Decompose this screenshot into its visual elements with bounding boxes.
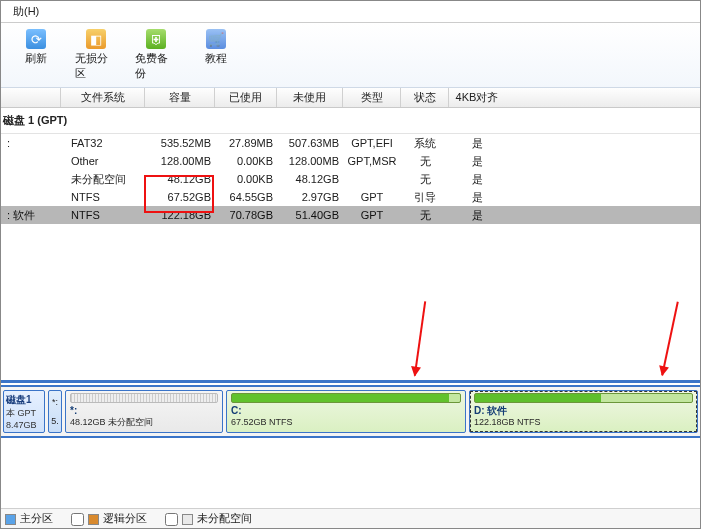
cell-fs: 未分配空间 bbox=[61, 171, 145, 188]
legend-logical: 逻辑分区 bbox=[71, 511, 147, 526]
swatch-unalloc bbox=[182, 514, 193, 525]
disk-group-title[interactable]: 磁盘 1 (GPT) bbox=[1, 108, 700, 134]
cell-type: GPT bbox=[343, 190, 401, 204]
col-capacity[interactable]: 容量 bbox=[145, 88, 215, 107]
disk-summary[interactable]: 磁盘1 本 GPT 8.47GB bbox=[3, 390, 45, 433]
col-filesystem[interactable]: 文件系统 bbox=[61, 88, 145, 107]
backup-icon: ⛨ bbox=[146, 29, 166, 49]
d-title: D: 软件 bbox=[474, 405, 693, 417]
cell-fs: Other bbox=[61, 154, 145, 168]
tutorial-icon: 🛒 bbox=[206, 29, 226, 49]
lossless-partition-button[interactable]: ◧ 无损分区 bbox=[75, 29, 117, 81]
legend: 主分区 逻辑分区 未分配空间 bbox=[1, 508, 700, 528]
swatch-logical bbox=[88, 514, 99, 525]
partition-d[interactable]: D: 软件 122.18GB NTFS bbox=[469, 390, 698, 433]
col-free[interactable]: 未使用 bbox=[277, 88, 343, 107]
partition-tiny-efi[interactable]: *: 5. bbox=[48, 390, 62, 433]
col-type[interactable]: 类型 bbox=[343, 88, 401, 107]
cell-used: 27.89MB bbox=[215, 136, 277, 150]
table-row[interactable]: Other128.00MB0.00KB128.00MBGPT,MSR无是 bbox=[1, 152, 700, 170]
partition-table-header: 文件系统 容量 已使用 未使用 类型 状态 4KB对齐 bbox=[1, 88, 700, 108]
c-sub: 67.52GB NTFS bbox=[231, 417, 461, 427]
unalloc-bar bbox=[70, 393, 218, 403]
tutorial-label: 教程 bbox=[205, 51, 227, 66]
cell-free: 128.00MB bbox=[277, 154, 343, 168]
refresh-label: 刷新 bbox=[25, 51, 47, 66]
cell-fs: FAT32 bbox=[61, 136, 145, 150]
cell-name bbox=[1, 160, 61, 162]
table-row[interactable]: 未分配空间48.12GB0.00KB48.12GB无是 bbox=[1, 170, 700, 188]
cell-status: 引导 bbox=[401, 189, 449, 206]
table-row[interactable]: :FAT32535.52MB27.89MB507.63MBGPT,EFI系统是 bbox=[1, 134, 700, 152]
cell-free: 51.40GB bbox=[277, 208, 343, 222]
menu-help[interactable]: 助(H) bbox=[7, 4, 45, 19]
partition-c[interactable]: C: 67.52GB NTFS bbox=[226, 390, 466, 433]
cell-align: 是 bbox=[449, 189, 505, 206]
cell-name: : bbox=[1, 136, 61, 150]
cell-cap: 48.12GB bbox=[145, 172, 215, 186]
col-status[interactable]: 状态 bbox=[401, 88, 449, 107]
tiny-bot: 5. bbox=[51, 416, 59, 426]
table-row[interactable]: NTFS67.52GB64.55GB2.97GBGPT引导是 bbox=[1, 188, 700, 206]
lossless-icon: ◧ bbox=[86, 29, 106, 49]
cell-type: GPT,EFI bbox=[343, 136, 401, 150]
cell-used: 0.00KB bbox=[215, 172, 277, 186]
swatch-primary bbox=[5, 514, 16, 525]
cell-name bbox=[1, 178, 61, 180]
cell-cap: 122.18GB bbox=[145, 208, 215, 222]
cell-align: 是 bbox=[449, 153, 505, 170]
legend-primary: 主分区 bbox=[5, 511, 53, 526]
disk-summary-line1: 本 GPT bbox=[6, 407, 42, 420]
refresh-icon: ⟳ bbox=[26, 29, 46, 49]
d-bar bbox=[474, 393, 693, 403]
cell-cap: 535.52MB bbox=[145, 136, 215, 150]
c-title: C: bbox=[231, 405, 461, 417]
cell-align: 是 bbox=[449, 207, 505, 224]
cell-used: 64.55GB bbox=[215, 190, 277, 204]
partition-table-body: :FAT32535.52MB27.89MB507.63MBGPT,EFI系统是O… bbox=[1, 134, 700, 224]
tiny-top: *: bbox=[52, 397, 58, 407]
cell-name bbox=[1, 196, 61, 198]
cell-fs: NTFS bbox=[61, 190, 145, 204]
cell-type bbox=[343, 178, 401, 180]
cell-status: 无 bbox=[401, 171, 449, 188]
legend-logical-check[interactable] bbox=[71, 513, 84, 526]
disk-summary-line2: 8.47GB bbox=[6, 420, 42, 430]
cell-used: 0.00KB bbox=[215, 154, 277, 168]
cell-align: 是 bbox=[449, 171, 505, 188]
arrow-right bbox=[661, 302, 679, 376]
cell-status: 无 bbox=[401, 207, 449, 224]
cell-fs: NTFS bbox=[61, 208, 145, 222]
arrow-left bbox=[414, 301, 426, 376]
cell-status: 无 bbox=[401, 153, 449, 170]
unalloc-title: *: bbox=[70, 405, 218, 417]
disk-map: 磁盘1 本 GPT 8.47GB *: 5. *: 48.12GB 未分配空间 … bbox=[1, 385, 700, 438]
tutorial-button[interactable]: 🛒 教程 bbox=[195, 29, 237, 81]
disk-summary-name: 磁盘1 bbox=[6, 393, 42, 407]
cell-cap: 128.00MB bbox=[145, 154, 215, 168]
d-sub: 122.18GB NTFS bbox=[474, 417, 693, 427]
free-backup-button[interactable]: ⛨ 免费备份 bbox=[135, 29, 177, 81]
col-used[interactable]: 已使用 bbox=[215, 88, 277, 107]
cell-used: 70.78GB bbox=[215, 208, 277, 222]
diskmap-top-border bbox=[1, 380, 700, 383]
legend-unalloc: 未分配空间 bbox=[165, 511, 252, 526]
legend-unalloc-check[interactable] bbox=[165, 513, 178, 526]
cell-free: 48.12GB bbox=[277, 172, 343, 186]
cell-free: 2.97GB bbox=[277, 190, 343, 204]
cell-type: GPT,MSR bbox=[343, 154, 401, 168]
col-align[interactable]: 4KB对齐 bbox=[449, 88, 505, 107]
cell-free: 507.63MB bbox=[277, 136, 343, 150]
backup-label: 免费备份 bbox=[135, 51, 177, 81]
table-row[interactable]: : 软件NTFS122.18GB70.78GB51.40GBGPT无是 bbox=[1, 206, 700, 224]
cell-align: 是 bbox=[449, 135, 505, 152]
cell-cap: 67.52GB bbox=[145, 190, 215, 204]
toolbar: ⟳ 刷新 ◧ 无损分区 ⛨ 免费备份 🛒 教程 bbox=[1, 23, 700, 88]
refresh-button[interactable]: ⟳ 刷新 bbox=[15, 29, 57, 81]
menubar: 助(H) bbox=[1, 1, 700, 23]
cell-type: GPT bbox=[343, 208, 401, 222]
cell-status: 系统 bbox=[401, 135, 449, 152]
c-bar bbox=[231, 393, 461, 403]
cell-name: : 软件 bbox=[1, 207, 61, 224]
partition-unallocated[interactable]: *: 48.12GB 未分配空间 bbox=[65, 390, 223, 433]
